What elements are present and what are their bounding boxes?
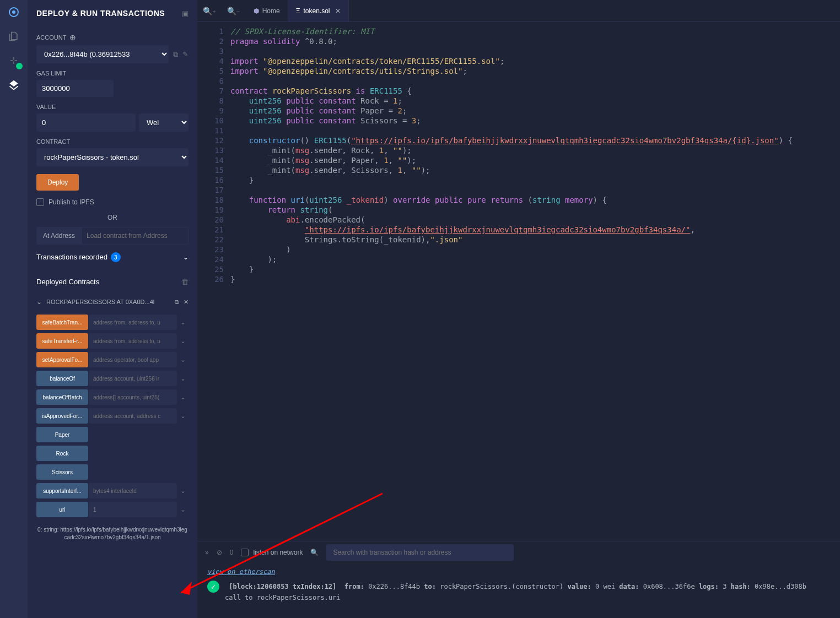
fn-setapprovalfo-button[interactable]: setApprovalFo... — [36, 352, 88, 367]
compiler-icon[interactable] — [7, 54, 20, 67]
chevron-down-icon[interactable]: ⌄ — [177, 502, 189, 517]
panel-title: DEPLOY & RUN TRANSACTIONS — [36, 9, 165, 18]
icon-rail — [0, 0, 28, 618]
fn-rock-button[interactable]: Rock — [36, 446, 88, 461]
deploy-button[interactable]: Deploy — [36, 174, 79, 191]
checkbox-icon[interactable] — [241, 549, 249, 556]
trash-icon[interactable]: 🗑 — [181, 278, 189, 286]
account-select[interactable]: 0x226...8f44b (0.36912533 — [36, 45, 169, 63]
fn-row: uri⌄ — [36, 502, 189, 517]
solidity-icon: Ξ — [296, 7, 300, 15]
remix-logo-icon[interactable] — [7, 6, 20, 19]
tx-log-line: ✓ [block:12060853 txIndex:12] from: 0x22… — [207, 581, 830, 593]
value-label: VALUE — [36, 104, 189, 110]
sidebar-header: DEPLOY & RUN TRANSACTIONS ▣ — [28, 0, 197, 26]
deploy-icon[interactable] — [7, 78, 20, 91]
function-list: safeBatchTran...⌄safeTransferFr...⌄setAp… — [28, 310, 197, 522]
fn-isapprovedfor-button[interactable]: isApprovedFor... — [36, 408, 88, 424]
call-line: call to rockPaperScissors.uri — [225, 593, 830, 603]
files-icon[interactable] — [7, 30, 20, 43]
close-icon[interactable]: ✕ — [184, 299, 189, 306]
load-address-input[interactable] — [82, 227, 189, 245]
zoom-out-icon[interactable]: 🔍− — [222, 7, 246, 15]
fn-balanceofbatch-button[interactable]: balanceOfBatch — [36, 389, 88, 405]
svg-point-1 — [12, 10, 15, 14]
fn-row: Paper — [36, 427, 189, 442]
tx-count-badge: 3 — [111, 252, 121, 262]
fn-row: balanceOf⌄ — [36, 371, 189, 386]
close-icon[interactable]: ✕ — [335, 7, 341, 15]
copy-icon[interactable]: ⧉ — [173, 50, 178, 59]
fn-input[interactable] — [89, 352, 177, 367]
zoom-in-icon[interactable]: 🔍+ — [197, 7, 222, 15]
deployed-contracts-row: Deployed Contracts 🗑 — [28, 270, 197, 294]
etherscan-link[interactable]: view on etherscan — [207, 568, 275, 576]
contract-instance-header[interactable]: ⌄ ROCKPAPERSCISSORS AT 0XA0D...4l ⧉ ✕ — [28, 294, 197, 310]
fn-input[interactable] — [89, 315, 177, 330]
terminal-toolbar: » ⊘ 0 listen on network 🔍 — [197, 541, 840, 563]
chevron-down-icon[interactable]: ⌄ — [177, 315, 189, 330]
uri-result: 0: string: https://ipfs.io/ipfs/bafybeih… — [28, 522, 197, 546]
check-icon: ✓ — [207, 581, 219, 593]
expand-icon[interactable]: ▣ — [182, 9, 189, 18]
chevron-down-icon[interactable]: ⌄ — [36, 298, 42, 306]
terminal-search-input[interactable] — [326, 544, 514, 561]
chevron-down-icon[interactable]: ⌄ — [177, 389, 189, 405]
value-input[interactable] — [36, 113, 136, 132]
edit-icon[interactable]: ✎ — [182, 50, 189, 58]
fn-input[interactable] — [89, 483, 177, 498]
chevron-down-icon[interactable]: ⌄ — [177, 333, 189, 349]
home-icon: ⬢ — [254, 7, 259, 15]
ban-icon[interactable]: ⊘ — [217, 549, 222, 556]
tab-home[interactable]: ⬢ Home — [246, 0, 288, 21]
pending-count: 0 — [230, 549, 234, 556]
fn-row: Scissors — [36, 464, 189, 480]
chevrons-icon[interactable]: » — [205, 549, 209, 556]
fn-row: safeBatchTran...⌄ — [36, 315, 189, 330]
chevron-down-icon[interactable]: ⌄ — [177, 371, 189, 386]
chevron-down-icon[interactable]: ⌄ — [183, 253, 189, 261]
search-icon[interactable]: 🔍 — [310, 549, 319, 556]
fn-input[interactable] — [89, 502, 177, 517]
fn-row: setApprovalFo...⌄ — [36, 352, 189, 367]
fn-uri-button[interactable]: uri — [36, 502, 88, 517]
fn-safetransferfr-button[interactable]: safeTransferFr... — [36, 333, 88, 349]
code-editor[interactable]: 1234567891011121314151617181920212223242… — [197, 22, 840, 541]
fn-scissors-button[interactable]: Scissors — [36, 464, 88, 480]
fn-row: supportsInterf...⌄ — [36, 483, 189, 498]
deploy-sidebar: DEPLOY & RUN TRANSACTIONS ▣ ACCOUNT ⊕ 0x… — [28, 0, 197, 618]
terminal-panel: » ⊘ 0 listen on network 🔍 view on ethers… — [197, 541, 840, 618]
fn-row: safeTransferFr...⌄ — [36, 333, 189, 349]
fn-supportsinterf-button[interactable]: supportsInterf... — [36, 483, 88, 498]
success-dot-icon — [16, 63, 23, 69]
fn-paper-button[interactable]: Paper — [36, 427, 88, 442]
plus-icon[interactable]: ⊕ — [69, 33, 76, 42]
editor-tabbar: 🔍+ 🔍− ⬢ Home Ξ token.sol ✕ — [197, 0, 840, 22]
terminal-output: view on etherscan ✓ [block:12060853 txIn… — [197, 563, 840, 606]
fn-input[interactable] — [89, 389, 177, 405]
contract-label: CONTRACT — [36, 138, 189, 145]
code-content[interactable]: // SPDX-License-Identifier: MITpragma so… — [230, 22, 793, 541]
fn-input[interactable] — [89, 371, 177, 386]
listen-label: listen on network — [253, 549, 303, 556]
fn-safebatchtran-button[interactable]: safeBatchTran... — [36, 315, 88, 330]
publish-ipfs-checkbox[interactable]: Publish to IPFS — [36, 198, 189, 206]
tab-token-sol[interactable]: Ξ token.sol ✕ — [288, 0, 349, 21]
chevron-down-icon[interactable]: ⌄ — [177, 483, 189, 498]
main-area: 🔍+ 🔍− ⬢ Home Ξ token.sol ✕ 1234567891011… — [197, 0, 840, 618]
tx-recorded-row[interactable]: Transactions recorded3 ⌄ — [28, 245, 197, 270]
account-label: ACCOUNT ⊕ — [36, 33, 189, 42]
chevron-down-icon[interactable]: ⌄ — [177, 408, 189, 424]
contract-select[interactable]: rockPaperScissors - token.sol — [36, 148, 189, 166]
unit-select[interactable]: Wei — [139, 113, 189, 132]
chevron-down-icon[interactable]: ⌄ — [177, 352, 189, 367]
fn-row: balanceOfBatch⌄ — [36, 389, 189, 405]
fn-balanceof-button[interactable]: balanceOf — [36, 371, 88, 386]
fn-input[interactable] — [89, 408, 177, 424]
gas-input[interactable] — [36, 80, 114, 97]
copy-icon[interactable]: ⧉ — [175, 299, 179, 306]
checkbox-icon[interactable] — [36, 198, 44, 206]
fn-input[interactable] — [89, 333, 177, 349]
gas-label: GAS LIMIT — [36, 70, 189, 77]
at-address-button[interactable]: At Address — [36, 227, 82, 245]
